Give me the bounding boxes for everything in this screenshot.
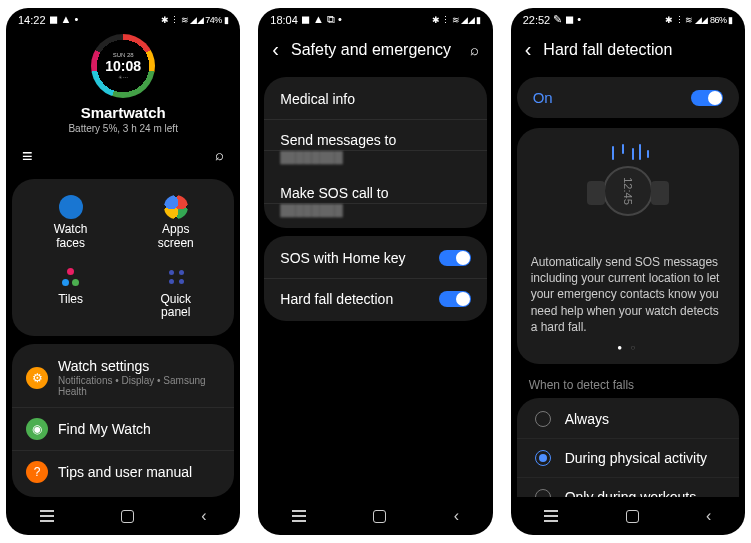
make-sos-call-item[interactable]: Make SOS call to xyxy=(264,173,486,204)
grid-icon xyxy=(164,265,188,289)
safety-emergency-screen: 18:04 ◼ ▲ ⧉ • ✱ ⋮ ≋ ◢◢ ▮ ‹ Safety and em… xyxy=(258,8,492,535)
search-icon[interactable]: ⌕ xyxy=(470,41,479,58)
apps-screen-button[interactable]: Apps screen xyxy=(123,191,228,255)
contact-redacted: ████████ xyxy=(264,151,486,173)
nav-recent-icon[interactable] xyxy=(40,515,54,517)
radio-checked-icon xyxy=(535,450,551,466)
nav-back-icon[interactable]: ‹ xyxy=(706,507,711,525)
nav-bar: ‹ xyxy=(258,497,492,535)
page-title: Safety and emergency xyxy=(291,41,458,59)
nav-bar: ‹ xyxy=(6,497,240,535)
search-icon[interactable]: ⌕ xyxy=(215,146,224,167)
toggle-on[interactable] xyxy=(439,250,471,266)
nav-home-icon[interactable] xyxy=(626,510,639,523)
option-only-workouts[interactable]: Only during workouts xyxy=(517,478,739,497)
back-icon[interactable]: ‹ xyxy=(272,38,279,61)
watch-icon: 12:45 xyxy=(603,166,653,216)
pager-dots[interactable]: ● ○ xyxy=(531,343,725,352)
nav-bar: ‹ xyxy=(511,497,745,535)
radio-unchecked-icon xyxy=(535,489,551,497)
tiles-button[interactable]: Tiles xyxy=(18,261,123,325)
status-time: 14:22 xyxy=(18,14,46,26)
on-label: On xyxy=(533,89,553,106)
watch-settings-item[interactable]: ⚙ Watch settings Notifications • Display… xyxy=(12,348,234,408)
sos-home-key-item[interactable]: SOS with Home key xyxy=(264,238,486,279)
toggle-on[interactable] xyxy=(439,291,471,307)
status-bar: 22:52 ✎ ◼ • ✱ ⋮ ≋ ◢◢ 86% ▮ xyxy=(511,8,745,28)
radio-unchecked-icon xyxy=(535,411,551,427)
device-name: Smartwatch xyxy=(6,104,240,121)
menu-icon[interactable]: ≡ xyxy=(22,146,33,167)
info-card: 12:45 Automatically send SOS messages in… xyxy=(517,128,739,364)
hard-fall-detection-item[interactable]: Hard fall detection xyxy=(264,279,486,319)
hard-fall-detection-screen: 22:52 ✎ ◼ • ✱ ⋮ ≋ ◢◢ 86% ▮ ‹ Hard fall d… xyxy=(511,8,745,535)
watch-faces-button[interactable]: Watch faces xyxy=(18,191,123,255)
status-icons-right: ✱ ⋮ ≋ ◢◢ 86% ▮ xyxy=(665,15,733,25)
status-time: 18:04 xyxy=(270,14,298,26)
watch-face-preview[interactable]: SUN 28 10:08 ☀ ⋯ xyxy=(91,34,155,98)
back-icon[interactable]: ‹ xyxy=(525,38,532,61)
tips-item[interactable]: ? Tips and user manual xyxy=(12,451,234,493)
toggle-on[interactable] xyxy=(691,90,723,106)
status-bar: 14:22 ◼ ▲ • ✱ ⋮ ≋ ◢◢ 74% ▮ xyxy=(6,8,240,28)
apps-icon xyxy=(164,195,188,219)
watchface-time: 10:08 xyxy=(105,58,141,74)
battery-status: Battery 5%, 3 h 24 m left xyxy=(6,123,240,134)
status-icons-right: ✱ ⋮ ≋ ◢◢ 74% ▮ xyxy=(161,15,229,25)
wearable-app-screen: 14:22 ◼ ▲ • ✱ ⋮ ≋ ◢◢ 74% ▮ SUN 28 10:08 … xyxy=(6,8,240,535)
status-time: 22:52 xyxy=(523,14,551,26)
status-icons-left: ◼ ▲ • xyxy=(49,13,79,26)
nav-recent-icon[interactable] xyxy=(544,515,558,517)
status-icons-left: ✎ ◼ • xyxy=(553,13,581,26)
status-icons-left: ◼ ▲ ⧉ • xyxy=(301,13,342,26)
contact-redacted: ████████ xyxy=(264,204,486,226)
status-icons-right: ✱ ⋮ ≋ ◢◢ ▮ xyxy=(432,15,481,25)
master-toggle-row[interactable]: On xyxy=(517,77,739,118)
medical-info-item[interactable]: Medical info xyxy=(264,79,486,120)
nav-back-icon[interactable]: ‹ xyxy=(454,507,459,525)
page-title: Hard fall detection xyxy=(543,41,731,59)
find-my-watch-item[interactable]: ◉ Find My Watch xyxy=(12,408,234,451)
nav-home-icon[interactable] xyxy=(121,510,134,523)
send-messages-item[interactable]: Send messages to xyxy=(264,120,486,151)
location-icon: ◉ xyxy=(26,418,48,440)
quick-panel-button[interactable]: Quick panel xyxy=(123,261,228,325)
nav-home-icon[interactable] xyxy=(373,510,386,523)
nav-back-icon[interactable]: ‹ xyxy=(201,507,206,525)
nav-recent-icon[interactable] xyxy=(292,515,306,517)
gear-icon: ⚙ xyxy=(26,367,48,389)
watch-illustration: 12:45 xyxy=(531,144,725,240)
option-always[interactable]: Always xyxy=(517,400,739,439)
tiles-icon xyxy=(59,265,83,289)
status-bar: 18:04 ◼ ▲ ⧉ • ✱ ⋮ ≋ ◢◢ ▮ xyxy=(258,8,492,28)
watchface-sub: ☀ ⋯ xyxy=(118,74,128,80)
option-during-activity[interactable]: During physical activity xyxy=(517,439,739,478)
info-icon: ? xyxy=(26,461,48,483)
section-label: When to detect falls xyxy=(511,368,745,396)
clock-icon xyxy=(59,195,83,219)
description-text: Automatically send SOS messages includin… xyxy=(531,254,725,335)
